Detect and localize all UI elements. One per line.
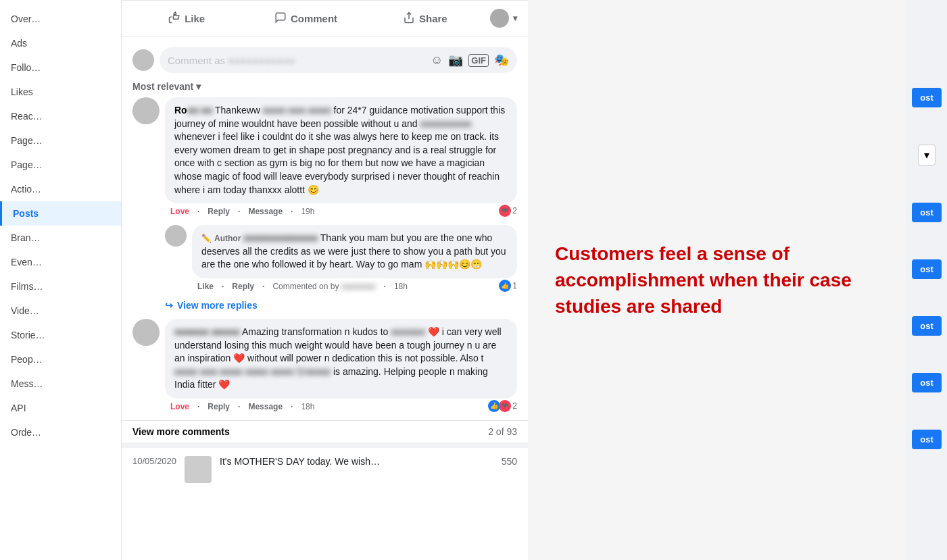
sidebar-item-api[interactable]: API [0, 396, 121, 420]
commenter-name-2: ●●●●●● ●●●●● [174, 326, 240, 337]
sidebar-item-people[interactable]: Peop… [0, 347, 121, 372]
comment-1-love[interactable]: Love [170, 207, 189, 216]
share-button[interactable]: Share [366, 3, 485, 33]
comment-2-bubble: ●●●●●● ●●●●● Amazing transformation n ku… [165, 319, 517, 399]
view-more-replies-label: View more replies [177, 300, 258, 311]
sidebar-item-posts[interactable]: Posts [0, 201, 121, 226]
reply-name-1: ●●●●●●●●●●●●● [243, 232, 318, 243]
bottom-bar: View more comments 2 of 93 [122, 420, 528, 442]
sidebar-item-brand[interactable]: Bran… [0, 226, 121, 250]
sidebar-item-events[interactable]: Even… [0, 250, 121, 274]
dropdown-arrow-icon-2: ▾ [924, 149, 929, 161]
avatar-small [490, 9, 509, 28]
sidebar-item-reach[interactable]: Reac… [0, 104, 121, 128]
reply-1-bubble: ✏️ Author ●●●●●●●●●●●●● Thank you mam bu… [192, 225, 517, 278]
post-button-6[interactable]: ost [912, 430, 942, 449]
comment-2-time: 18h [301, 402, 314, 411]
gif-icon[interactable]: GIF [468, 54, 489, 67]
comment-2-love-icon: ❤ [499, 400, 511, 412]
next-post-thumbnail [185, 456, 212, 483]
next-post-preview: 10/05/2020 It's MOTHER'S DAY today. We w… [122, 442, 528, 491]
accomplishment-text: Customers feel a sense of accomplishment… [555, 240, 879, 320]
sticker-icon[interactable]: 🎭 [494, 53, 509, 68]
more-button[interactable]: ▾ [485, 3, 523, 33]
like-button[interactable]: Like [127, 3, 246, 33]
comment-2-reply[interactable]: Reply [208, 402, 230, 411]
sidebar-item-video[interactable]: Vide… [0, 299, 121, 323]
comment-2-content: ●●●●●● ●●●●● Amazing transformation n ku… [165, 319, 517, 412]
comment-item: Ro●● ●● Thankeww ●●●● ●●● ●●●● for 24*7 … [132, 97, 517, 217]
share-icon [403, 11, 415, 26]
sidebar-item-overview[interactable]: Over… [0, 7, 121, 31]
commenter-name-1: Ro●● ●● [174, 105, 212, 116]
reply-1-reactions: 👍 1 [499, 280, 517, 292]
comment-1-reply[interactable]: Reply [208, 207, 230, 216]
sidebar-item-messages[interactable]: Mess… [0, 372, 121, 396]
comment-input-wrapper[interactable]: Comment as ●●●●●●●●●●● ☺ 📷 GIF 🎭 [160, 47, 517, 73]
comment-1-actions: Love · Reply · Message · 19h [165, 204, 314, 216]
comment-1-content: Ro●● ●● Thankeww ●●●● ●●● ●●●● for 24*7 … [165, 97, 517, 217]
comment-button[interactable]: Comment [246, 3, 365, 33]
comment-2-love[interactable]: Love [170, 402, 189, 411]
comment-input-icons: ☺ 📷 GIF 🎭 [431, 53, 509, 68]
next-post-date: 10/05/2020 [132, 456, 176, 483]
dropdown-button[interactable]: ▾ [918, 145, 936, 166]
comments-section: Ro●● ●● Thankeww ●●●● ●●● ●●●● for 24*7 … [122, 97, 528, 412]
sidebar-item-likes[interactable]: Likes [0, 80, 121, 104]
sidebar-item-films[interactable]: Films… [0, 274, 121, 299]
comment-1-bubble: Ro●● ●● Thankeww ●●●● ●●● ●●●● for 24*7 … [165, 97, 517, 203]
pagination-text: 2 of 93 [488, 426, 517, 437]
like-label: Like [185, 13, 205, 24]
sidebar-item-followers[interactable]: Follo… [0, 55, 121, 80]
camera-icon[interactable]: 📷 [448, 53, 463, 68]
comment-1-text: Thankeww ●●●● ●●● ●●●● for 24*7 guidance… [174, 105, 505, 195]
sidebar-item-orders[interactable]: Orde… [0, 420, 121, 444]
comment-label: Comment [291, 13, 337, 24]
comment-input-placeholder: Comment as ●●●●●●●●●●● [168, 55, 425, 66]
comment-2-item: ●●●●●● ●●●●● Amazing transformation n ku… [132, 319, 517, 412]
right-buttons-column: ost ▾ ost ost ost ost ost [906, 0, 947, 560]
dropdown-arrow-icon: ▾ [196, 81, 201, 92]
next-post-number: 550 [502, 456, 517, 483]
emoji-icon[interactable]: ☺ [431, 53, 443, 68]
commenter-avatar-1 [132, 97, 160, 124]
love-reaction-icon: ❤ [499, 205, 511, 217]
sidebar-item-page2[interactable]: Page… [0, 153, 121, 177]
comment-1-time: 19h [301, 207, 314, 216]
post-button-1[interactable]: ost [912, 88, 942, 107]
nested-reply-1: ✏️ Author ●●●●●●●●●●●●● Thank you mam bu… [165, 225, 517, 292]
commenter-avatar-2 [132, 319, 160, 346]
user-avatar [132, 49, 154, 71]
sidebar: Over… Ads Follo… Likes Reac… Page… Page…… [0, 0, 122, 560]
view-more-arrow-icon: ↪ [165, 300, 173, 311]
comment-2-message[interactable]: Message [248, 402, 283, 411]
reply-avatar-1 [165, 225, 187, 247]
main-content: Like Comment Share ▾ C [122, 0, 528, 560]
reply-1-reaction-count: 1 [512, 281, 517, 290]
post-button-5[interactable]: ost [912, 373, 942, 392]
sidebar-item-page1[interactable]: Page… [0, 128, 121, 153]
view-more-comments[interactable]: View more comments [132, 426, 230, 437]
post-button-4[interactable]: ost [912, 316, 942, 336]
reply-1-reply[interactable]: Reply [232, 282, 254, 291]
post-button-3[interactable]: ost [912, 259, 942, 279]
most-relevant-filter[interactable]: Most relevant ▾ [122, 78, 528, 97]
comment-1-reactions: ❤ 2 [499, 205, 517, 217]
sidebar-item-ads[interactable]: Ads [0, 31, 121, 55]
comment-icon [274, 11, 287, 26]
reply-1-like[interactable]: Like [197, 282, 214, 291]
action-bar: Like Comment Share ▾ [122, 0, 528, 36]
comment-2-actions: Love · Reply · Message · 18h [165, 399, 314, 411]
next-post-text: It's MOTHER'S DAY today. We wish… [220, 456, 380, 483]
comment-2-reaction-count: 2 [512, 401, 517, 411]
sidebar-item-stories[interactable]: Storie… [0, 323, 121, 347]
like-icon [168, 11, 180, 26]
comment-1-reaction-count: 2 [512, 206, 517, 215]
right-panel: Customers feel a sense of accomplishment… [528, 0, 906, 560]
post-button-2[interactable]: ost [912, 203, 942, 222]
comment-2-reactions: 👍 ❤ 2 [488, 400, 517, 412]
sidebar-item-actions[interactable]: Actio… [0, 177, 121, 201]
view-more-replies[interactable]: ↪ View more replies [165, 300, 517, 311]
like-reaction-icon: 👍 [499, 280, 511, 292]
comment-1-message[interactable]: Message [248, 207, 283, 216]
